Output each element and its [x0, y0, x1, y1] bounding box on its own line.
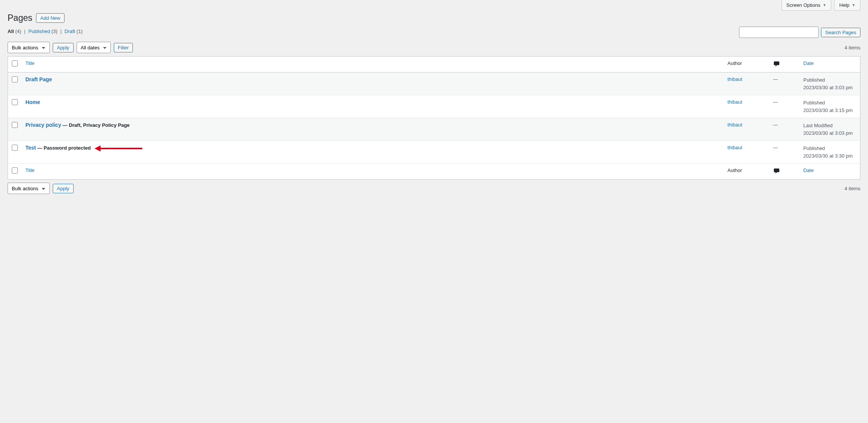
screen-options-tab[interactable]: Screen Options ▼	[782, 0, 832, 11]
comment-bubble-icon	[773, 60, 780, 68]
comment-count: —	[773, 99, 778, 105]
items-count-top: 4 items	[844, 45, 860, 51]
table-row: Privacy policy — Draft, Privacy Policy P…	[8, 118, 860, 141]
column-author-header: Author	[724, 57, 769, 73]
post-state: — Draft, Privacy Policy Page	[61, 122, 130, 128]
view-all-link[interactable]: All	[8, 28, 14, 34]
row-checkbox[interactable]	[12, 76, 18, 82]
select-all-bottom-checkbox[interactable]	[12, 167, 18, 174]
help-label: Help	[839, 2, 849, 8]
row-title-link[interactable]: Draft Page	[25, 76, 52, 82]
comment-count: —	[773, 122, 778, 128]
help-tab[interactable]: Help ▼	[834, 0, 860, 11]
view-all-count: (4)	[15, 28, 21, 34]
column-author-footer: Author	[724, 164, 769, 180]
view-draft-count: (1)	[77, 28, 83, 34]
author-link[interactable]: thibaut	[728, 99, 742, 105]
screen-options-label: Screen Options	[786, 2, 821, 8]
author-link[interactable]: thibaut	[728, 76, 742, 82]
date-status: Published	[804, 145, 857, 152]
date-filter-select[interactable]: All dates	[77, 42, 111, 53]
chevron-down-icon: ▼	[852, 3, 855, 7]
comment-count: —	[773, 145, 778, 150]
date-value: 2023/03/30 at 3:15 pm	[804, 107, 857, 114]
table-row: Draft Pagethibaut—Published2023/03/30 at…	[8, 73, 860, 95]
search-button[interactable]: Search Pages	[821, 28, 860, 37]
arrow-annotation	[94, 145, 142, 152]
bulk-actions-select-bottom[interactable]: Bulk actions	[8, 183, 50, 194]
sort-title-link-footer[interactable]: Title	[25, 167, 35, 173]
bulk-apply-button-bottom[interactable]: Apply	[53, 184, 74, 193]
author-link[interactable]: thibaut	[728, 122, 742, 128]
post-state: — Password protected	[36, 145, 91, 151]
row-title-link[interactable]: Privacy policy	[25, 122, 61, 128]
date-value: 2023/03/30 at 3:03 pm	[804, 84, 857, 92]
sort-title-link[interactable]: Title	[25, 60, 35, 66]
bulk-actions-select[interactable]: Bulk actions	[8, 42, 50, 53]
date-status: Published	[804, 76, 857, 84]
page-title: Pages	[8, 13, 32, 23]
table-row: Homethibaut—Published2023/03/30 at 3:15 …	[8, 95, 860, 118]
row-checkbox[interactable]	[12, 122, 18, 128]
pages-table: Title Author Date Draft Pagethibaut—Publ…	[8, 56, 860, 180]
comment-bubble-icon	[773, 167, 780, 175]
add-new-button[interactable]: Add New	[36, 13, 64, 23]
row-checkbox[interactable]	[12, 145, 18, 151]
filter-button[interactable]: Filter	[114, 43, 133, 52]
sort-date-link[interactable]: Date	[804, 60, 814, 66]
row-checkbox[interactable]	[12, 99, 18, 105]
view-published-count: (3)	[52, 28, 58, 34]
date-status: Published	[804, 99, 857, 107]
author-link[interactable]: thibaut	[728, 145, 742, 150]
view-draft-link[interactable]: Draft	[64, 28, 75, 34]
sort-date-link-footer[interactable]: Date	[804, 167, 814, 173]
items-count-bottom: 4 items	[844, 186, 860, 191]
chevron-down-icon: ▼	[822, 3, 826, 7]
row-title-link[interactable]: Home	[25, 99, 40, 105]
select-all-top-checkbox[interactable]	[12, 60, 18, 66]
date-value: 2023/03/30 at 3:30 pm	[804, 152, 857, 160]
date-status: Last Modified	[804, 122, 857, 129]
search-input[interactable]	[739, 27, 819, 38]
date-value: 2023/03/30 at 3:03 pm	[804, 129, 857, 137]
comment-count: —	[773, 76, 778, 82]
bulk-apply-button[interactable]: Apply	[53, 43, 74, 52]
row-title-link[interactable]: Test	[25, 145, 36, 151]
table-row: Test — Password protectedthibaut—Publish…	[8, 141, 860, 164]
view-published-link[interactable]: Published	[28, 28, 50, 34]
